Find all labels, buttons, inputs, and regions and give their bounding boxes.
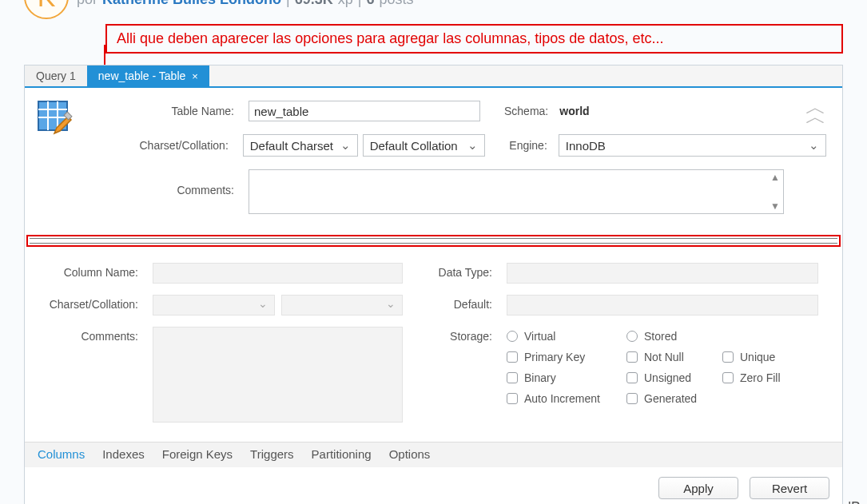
col-collation-select[interactable]	[281, 295, 404, 315]
tab-foreign-keys[interactable]: Foreign Keys	[162, 447, 233, 461]
apply-button[interactable]: Apply	[658, 477, 738, 499]
check-generated[interactable]: Generated	[626, 392, 722, 405]
revert-button[interactable]: Revert	[750, 477, 829, 499]
storage-label: Storage:	[435, 327, 507, 343]
sep: |	[286, 0, 290, 8]
bottom-tab-bar: Columns Indexes Foreign Keys Triggers Pa…	[25, 442, 842, 467]
check-zero-fill[interactable]: Zero Fill	[722, 371, 818, 384]
annotation-callout: Alli que deben aparecer las opciones par…	[105, 24, 843, 54]
check-unsigned[interactable]: Unsigned	[626, 371, 722, 384]
engine-value: InnoDB	[566, 139, 606, 153]
table-name-label: Table Name:	[105, 105, 249, 117]
close-icon[interactable]: ×	[192, 70, 198, 82]
comments-textarea[interactable]: ▲ ▼	[249, 169, 784, 214]
avatar[interactable]: K	[24, 0, 69, 19]
trailing-text: 'B	[849, 499, 861, 504]
charset-label: Charset/Collation:	[105, 139, 243, 152]
check-not-null-label: Not Null	[644, 351, 684, 363]
posts-text: posts	[379, 0, 413, 8]
table-name-input[interactable]	[249, 101, 480, 121]
xp-number: 69.3K	[295, 0, 333, 8]
charset-select[interactable]: Default Charset ⌄	[243, 134, 358, 157]
radio-stored-label: Stored	[644, 330, 677, 343]
check-zero-fill-label: Zero Fill	[740, 371, 781, 384]
sep2: |	[358, 0, 362, 8]
tab-query1[interactable]: Query 1	[25, 65, 87, 86]
default-label: Default:	[435, 295, 507, 311]
data-type-label: Data Type:	[435, 263, 507, 279]
chevron-down-icon: ⌄	[809, 138, 819, 153]
check-generated-label: Generated	[644, 392, 697, 405]
chevron-down-icon: ⌄	[467, 138, 478, 153]
tab-new-table[interactable]: new_table - Table ×	[87, 65, 209, 86]
byline: por Katherine Builes Londoño | 69.3K xp …	[77, 0, 414, 8]
tab-query1-label: Query 1	[36, 69, 76, 82]
posts-number: 6	[366, 0, 374, 8]
tab-indexes[interactable]: Indexes	[102, 447, 145, 461]
collapse-panel-icon[interactable]: ︿︿	[805, 102, 826, 121]
check-binary[interactable]: Binary	[507, 371, 626, 384]
table-wrench-icon	[36, 99, 76, 141]
chevron-down-icon: ⌄	[340, 138, 351, 153]
engine-label: Engine:	[509, 139, 547, 152]
check-unique[interactable]: Unique	[722, 351, 818, 363]
mysql-workbench-panel: Query 1 new_table - Table ×	[24, 65, 843, 504]
col-comments-label: Comments:	[49, 327, 153, 343]
tab-triggers[interactable]: Triggers	[250, 447, 293, 461]
action-bar: Apply Revert	[25, 467, 842, 504]
tab-partitioning[interactable]: Partitioning	[312, 447, 372, 461]
avatar-letter: K	[38, 0, 56, 13]
columns-grid-placeholder[interactable]	[30, 238, 837, 244]
tab-new-table-label: new_table - Table	[98, 69, 185, 82]
author-link[interactable]: Katherine Builes Londoño	[102, 0, 281, 8]
scroll-up-icon[interactable]: ▲	[770, 172, 780, 183]
schema-value: world	[559, 105, 589, 117]
radio-stored[interactable]: Stored	[626, 330, 722, 343]
tab-options[interactable]: Options	[389, 447, 431, 461]
check-unique-label: Unique	[740, 351, 775, 363]
col-name-label: Column Name:	[49, 263, 153, 279]
col-charset-label: Charset/Collation:	[49, 295, 153, 311]
radio-virtual[interactable]: Virtual	[507, 330, 626, 343]
engine-select[interactable]: InnoDB ⌄	[559, 134, 826, 157]
collation-select[interactable]: Default Collation ⌄	[363, 134, 486, 157]
check-binary-label: Binary	[524, 371, 556, 384]
tab-columns[interactable]: Columns	[38, 447, 85, 461]
byline-por: por	[77, 0, 97, 8]
col-name-input[interactable]	[153, 263, 403, 284]
col-comments-textarea[interactable]	[153, 327, 403, 423]
charset-value: Default Charset	[250, 139, 333, 153]
xp-text: xp	[338, 0, 353, 8]
comments-label: Comments:	[105, 169, 249, 196]
col-charset-select[interactable]	[153, 295, 275, 315]
schema-label: Schema:	[504, 105, 548, 117]
scroll-down-icon[interactable]: ▼	[770, 200, 780, 212]
columns-grid-highlight	[26, 235, 841, 247]
default-input[interactable]	[507, 295, 818, 315]
check-unsigned-label: Unsigned	[644, 371, 691, 384]
check-primary-key-label: Primary Key	[524, 351, 585, 363]
column-details-panel: Column Name: Charset/Collation: Comments…	[25, 247, 842, 442]
table-form: ︿︿ Table Name: Schema: world Charset/Col…	[25, 88, 842, 235]
data-type-input[interactable]	[507, 263, 818, 284]
check-auto-increment[interactable]: Auto Increment	[507, 392, 626, 405]
check-not-null[interactable]: Not Null	[626, 351, 722, 363]
check-auto-increment-label: Auto Increment	[524, 392, 600, 405]
editor-tab-bar: Query 1 new_table - Table ×	[25, 65, 842, 88]
check-primary-key[interactable]: Primary Key	[507, 351, 626, 363]
collation-value: Default Collation	[370, 139, 458, 153]
radio-virtual-label: Virtual	[524, 330, 555, 343]
